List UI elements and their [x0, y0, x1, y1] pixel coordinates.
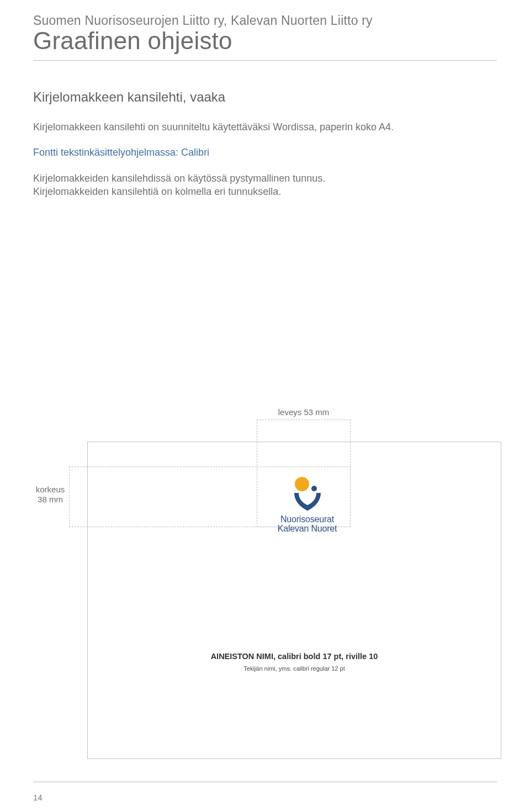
document-page: Suomen Nuorisoseurojen Liitto ry, Kaleva…: [0, 0, 530, 812]
cover-sheet-outline: Nuorisoseurat Kalevan Nuoret AINEISTON N…: [87, 442, 501, 759]
body-paragraph-3: Kirjelomakkeiden kansilehdissä on käytös…: [33, 172, 497, 199]
logo-line2: Kalevan Nuoret: [278, 524, 337, 533]
svg-point-1: [311, 486, 317, 491]
header-divider: [33, 60, 497, 61]
cover-sheet-diagram: leveys 53 mm korkeus 38 mm: [33, 408, 505, 767]
height-label-line2: 38 mm: [38, 495, 63, 504]
logo-wordmark: Nuorisoseurat Kalevan Nuoret: [264, 515, 350, 534]
logo-icon: [283, 476, 332, 513]
body-paragraph-1: Kirjelomakkeen kansilehti on suunniteltu…: [33, 120, 497, 134]
cover-caption-main: AINEISTON NIMI, calibri bold 17 pt, rivi…: [88, 652, 501, 661]
height-label: korkeus 38 mm: [33, 485, 67, 505]
width-label: leveys 53 mm: [257, 407, 351, 417]
header-title: Graafinen ohjeisto: [33, 27, 497, 55]
section-title: Kirjelomakkeen kansilehti, vaaka: [33, 89, 497, 105]
page-number: 14: [33, 793, 43, 802]
cover-caption-sub: Tekijän nimi, yms. calibri regular 12 pt: [88, 665, 501, 672]
height-label-line1: korkeus: [36, 485, 65, 494]
header-organization: Suomen Nuorisoseurojen Liitto ry, Kaleva…: [33, 13, 497, 28]
body-paragraph-2: Fontti tekstinkäsittelyohjelmassa: Calib…: [33, 146, 497, 159]
footer-divider: [33, 782, 497, 782]
logo-block: Nuorisoseurat Kalevan Nuoret: [264, 476, 350, 534]
body-paragraph-3b: Kirjelomakkeiden kansilehtiä on kolmella…: [33, 186, 281, 197]
svg-point-0: [295, 477, 309, 491]
logo-line1: Nuorisoseurat: [280, 514, 334, 524]
body-paragraph-3a: Kirjelomakkeiden kansilehdissä on käytös…: [33, 173, 325, 184]
